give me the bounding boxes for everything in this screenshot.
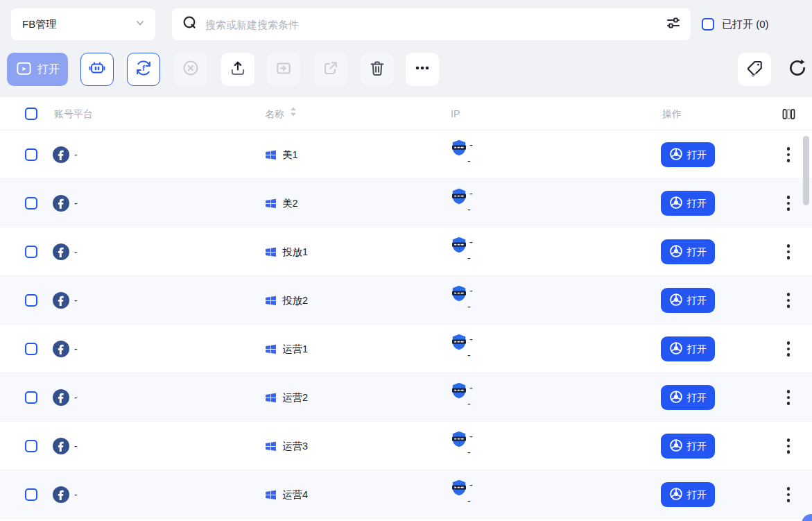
row-checkbox[interactable] <box>25 343 37 355</box>
row-open-button[interactable]: 打开 <box>661 336 715 361</box>
chrome-icon <box>669 341 683 357</box>
sort-icon[interactable] <box>289 97 297 130</box>
row-checkbox[interactable] <box>25 488 37 501</box>
trash-icon <box>368 59 386 80</box>
tag-icon <box>745 59 764 80</box>
facebook-icon <box>53 146 69 163</box>
windows-icon <box>265 392 277 407</box>
row-checkbox[interactable] <box>25 148 37 161</box>
browser-window-play-icon <box>15 60 33 80</box>
row-more-icon[interactable] <box>783 144 794 165</box>
row-open-button[interactable]: 打开 <box>661 142 715 167</box>
row-checkbox[interactable] <box>25 294 37 307</box>
windows-icon <box>265 343 277 358</box>
refresh-icon <box>787 58 808 81</box>
row-open-label: 打开 <box>687 343 707 356</box>
column-header-name[interactable]: 名称 <box>265 97 297 130</box>
row-checkbox[interactable] <box>25 246 37 258</box>
upload-button[interactable] <box>221 53 254 86</box>
ip-line-2: - <box>467 495 471 506</box>
ip-line-1: - <box>469 237 473 248</box>
ip-line-1: - <box>469 479 473 490</box>
chrome-icon <box>669 390 683 406</box>
select-all-checkbox[interactable] <box>25 108 37 120</box>
share-button[interactable] <box>314 53 347 86</box>
search-box[interactable] <box>172 8 691 40</box>
refresh-button[interactable] <box>781 53 812 86</box>
folder-arrow-icon <box>275 59 293 80</box>
column-settings-icon[interactable] <box>781 106 797 125</box>
sync-facebook-icon: f <box>134 58 153 80</box>
group-dropdown-value: FB管理 <box>22 18 135 31</box>
row-more-icon[interactable] <box>783 387 794 408</box>
platform-value: - <box>74 276 78 325</box>
chrome-icon <box>669 293 683 309</box>
chrome-icon <box>669 196 683 212</box>
robot-icon <box>87 58 107 80</box>
row-open-button[interactable]: 打开 <box>661 434 715 459</box>
row-more-icon[interactable] <box>783 290 794 311</box>
profile-name: 投放2 <box>282 276 308 325</box>
opened-filter: 已打开 (0) <box>702 8 769 40</box>
open-selected-button[interactable]: 打开 <box>7 53 68 86</box>
ip-line-2: - <box>467 398 471 409</box>
row-open-button[interactable]: 打开 <box>661 239 715 264</box>
row-open-button[interactable]: 打开 <box>661 482 715 507</box>
delete-button[interactable] <box>361 53 394 86</box>
platform-value: - <box>74 373 78 422</box>
accounts-table: 账号平台 名称 IP 操作 - 美1 - - <box>0 97 812 521</box>
row-checkbox[interactable] <box>25 440 37 452</box>
column-header-ip: IP <box>451 97 460 130</box>
ip-line-2: - <box>467 204 471 215</box>
search-input[interactable] <box>205 19 659 31</box>
top-bar: FB管理 已打开 (0) <box>0 0 812 49</box>
windows-icon <box>265 295 277 309</box>
platform-value: - <box>74 130 78 179</box>
close-all-button[interactable] <box>174 53 207 86</box>
group-dropdown[interactable]: FB管理 <box>11 8 155 40</box>
row-open-button[interactable]: 打开 <box>661 191 715 216</box>
move-to-group-button[interactable] <box>267 53 300 86</box>
table-row: - 运营2 - - 打开 <box>0 373 812 422</box>
vertical-scrollbar[interactable] <box>803 136 809 205</box>
row-more-icon[interactable] <box>783 339 794 359</box>
row-open-button[interactable]: 打开 <box>661 288 715 313</box>
windows-icon <box>265 198 277 212</box>
row-open-label: 打开 <box>687 294 707 307</box>
row-checkbox[interactable] <box>25 197 37 210</box>
proxy-shield-icon <box>452 139 466 159</box>
proxy-shield-icon <box>452 334 466 353</box>
chrome-icon <box>669 438 683 454</box>
windows-icon <box>265 246 277 261</box>
filter-sliders-icon[interactable] <box>666 15 681 33</box>
row-more-icon[interactable] <box>783 484 794 505</box>
column-header-platform: 账号平台 <box>54 97 93 130</box>
more-actions-button[interactable] <box>406 53 439 86</box>
profile-name: 美1 <box>282 130 298 179</box>
facebook-sync-button[interactable]: f <box>127 53 160 86</box>
table-row: - 投放2 - - 打开 <box>0 276 812 325</box>
table-header: 账号平台 名称 IP 操作 <box>0 97 812 130</box>
row-more-icon[interactable] <box>783 193 794 214</box>
opened-filter-checkbox[interactable] <box>702 18 714 31</box>
row-open-label: 打开 <box>687 246 707 259</box>
row-checkbox[interactable] <box>25 391 37 404</box>
facebook-icon <box>53 438 69 454</box>
chrome-icon <box>669 147 683 163</box>
robot-button[interactable] <box>80 53 114 86</box>
tags-button[interactable] <box>738 53 771 86</box>
table-row: - 美2 - - 打开 <box>0 179 812 228</box>
row-more-icon[interactable] <box>783 241 794 262</box>
profile-name: 运营4 <box>282 470 308 519</box>
ip-line-2: - <box>467 447 471 458</box>
windows-icon <box>265 441 277 455</box>
ellipsis-icon <box>413 59 431 80</box>
profile-name: 投放1 <box>282 228 308 276</box>
proxy-shield-icon <box>452 431 466 450</box>
row-more-icon[interactable] <box>783 436 794 456</box>
table-row: - 运营3 - - 打开 <box>0 422 812 470</box>
row-open-label: 打开 <box>687 440 707 453</box>
platform-value: - <box>74 228 78 276</box>
row-open-button[interactable]: 打开 <box>661 385 715 410</box>
platform-value: - <box>74 422 78 470</box>
